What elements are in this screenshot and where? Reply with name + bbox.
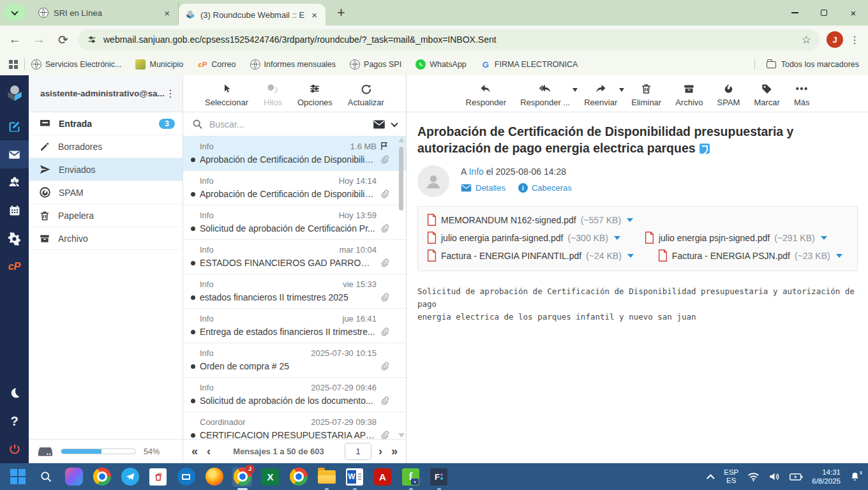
compose-icon[interactable]	[0, 112, 29, 140]
scrollbar-thumb[interactable]	[399, 147, 403, 211]
bookmark-pagos[interactable]: Pagos SPI	[350, 59, 401, 70]
folder-papelera[interactable]: Papelera	[29, 204, 183, 227]
message-row[interactable]: Info mar 10:04 ESTADOS FINANCIEROS GAD P…	[183, 240, 406, 274]
first-page-icon[interactable]: «	[190, 445, 200, 458]
browser-tab-roundcube[interactable]: (3) Roundcube Webmail :: Envia ×	[179, 4, 326, 26]
more-button[interactable]: Más	[794, 82, 810, 107]
excel-icon[interactable]: X	[260, 467, 280, 487]
details-toggle[interactable]: Detalles	[461, 183, 505, 193]
apps-grid-icon[interactable]	[9, 60, 18, 69]
telegram-icon[interactable]	[120, 467, 140, 487]
cpanel-icon[interactable]: cP	[0, 253, 29, 281]
start-button[interactable]	[8, 467, 27, 487]
reload-icon[interactable]: ⟳	[54, 30, 73, 49]
file-explorer-icon[interactable]	[317, 467, 336, 487]
search-options-chevron-icon[interactable]	[391, 119, 398, 126]
tab-close-icon[interactable]: ×	[310, 10, 319, 20]
archive-button[interactable]: Archivo	[675, 82, 703, 107]
close-button[interactable]: ×	[839, 0, 868, 26]
attachment-menu-caret-icon[interactable]	[821, 236, 827, 240]
chrome-icon[interactable]	[92, 467, 112, 487]
tab-close-icon[interactable]: ×	[162, 8, 172, 19]
calendar-icon[interactable]	[0, 197, 29, 225]
options-button[interactable]: Opciones	[297, 82, 333, 107]
volume-icon[interactable]	[768, 471, 781, 482]
mark-button[interactable]: Marcar	[754, 82, 779, 107]
bookmark-star-icon[interactable]: ☆	[802, 33, 811, 47]
dark-mode-moon-icon[interactable]	[0, 379, 29, 407]
attachment-menu-caret-icon[interactable]	[836, 254, 842, 258]
back-icon[interactable]: ←	[5, 30, 24, 49]
message-row[interactable]: Coordinador 2025-07-29 09:38 CERTIFICACI…	[183, 412, 406, 439]
taskbar-search-icon[interactable]	[36, 467, 56, 487]
scope-envelope-icon[interactable]	[373, 119, 385, 130]
dropdown-caret-icon[interactable]	[572, 88, 578, 92]
f-dark-app-icon[interactable]: F	[429, 467, 449, 487]
attachment-item[interactable]: Factura - ENERGIA PSJN.pdf (~23 KB)	[658, 249, 842, 262]
wifi-icon[interactable]	[747, 472, 760, 482]
last-page-icon[interactable]: »	[389, 445, 400, 458]
f-green-app-icon[interactable]: fx	[401, 467, 421, 487]
address-bar[interactable]: webmail.sanjuan.gob.ec/cpsess1525424746/…	[78, 29, 820, 50]
message-row[interactable]: Info Hoy 14:14 Aprobación de Certificaci…	[183, 171, 406, 205]
recycle-app-icon[interactable]	[148, 467, 168, 487]
open-in-new-window-icon[interactable]	[700, 144, 710, 154]
attachment-item[interactable]: MEMORANDUM N162-signed.pdf (~557 KB)	[427, 214, 633, 226]
scroll-up-icon[interactable]	[398, 138, 405, 142]
folder-spam[interactable]: SPAM	[29, 181, 183, 204]
folder-entrada[interactable]: Entrada 3	[29, 112, 183, 135]
tray-expand-icon[interactable]	[707, 474, 715, 482]
logout-power-icon[interactable]	[0, 435, 29, 463]
all-bookmarks[interactable]: Todos los marcadores	[754, 59, 859, 70]
folder-archivo[interactable]: Archivo	[29, 227, 183, 250]
browser-profile-avatar[interactable]: J	[827, 31, 843, 48]
bookmark-municipio[interactable]: Municipio	[135, 59, 183, 70]
contacts-icon[interactable]	[0, 168, 29, 197]
headers-toggle[interactable]: i Cabeceras	[518, 183, 572, 193]
word-icon[interactable]: W	[345, 467, 364, 487]
message-row[interactable]: Info 1.6 MB Aprobación de Certificación …	[183, 137, 406, 171]
forward-button[interactable]: Reenviar	[584, 82, 617, 107]
tab-search-button[interactable]	[4, 4, 26, 21]
folder-enviados[interactable]: Enviados	[29, 158, 183, 181]
bookmark-whatsapp[interactable]: WhatsApp	[415, 59, 467, 70]
list-scrollbar[interactable]	[398, 138, 405, 438]
bookmark-firma[interactable]: GFIRMA ELECTRONICA	[481, 59, 578, 70]
reply-button[interactable]: Responder	[466, 82, 507, 107]
attachment-menu-caret-icon[interactable]	[627, 254, 634, 258]
message-row[interactable]: Info Hoy 13:59 Solicitud de aprobación d…	[183, 205, 406, 240]
attachment-menu-caret-icon[interactable]	[627, 218, 633, 222]
bookmark-correo[interactable]: cPCorreo	[197, 59, 236, 70]
refresh-button[interactable]: Actualizar	[348, 82, 384, 107]
scroll-down-icon[interactable]	[398, 433, 405, 438]
battery-icon[interactable]	[789, 473, 803, 481]
settings-gear-icon[interactable]	[0, 225, 29, 253]
message-row[interactable]: Info 2025-07-29 09:46 Solicitud de aprob…	[183, 378, 406, 412]
language-indicator[interactable]: ESPES	[724, 468, 738, 485]
minimize-button[interactable]	[780, 0, 809, 26]
message-row[interactable]: Info vie 15:33 estados financieros II tr…	[183, 274, 406, 309]
forward-icon[interactable]: →	[29, 30, 49, 49]
chrome-profile-icon[interactable]	[288, 467, 308, 487]
message-row[interactable]: Info jue 16:41 Entrega de estados financ…	[183, 309, 406, 343]
chrome-active-icon[interactable]: J	[232, 467, 252, 487]
select-button[interactable]: Seleccionar	[205, 82, 248, 107]
search-input[interactable]	[209, 119, 366, 130]
attachment-item[interactable]: Factura - ENERGIA PINFANTIL.pdf (~24 KB)	[427, 249, 634, 262]
folder-borradores[interactable]: Borradores	[29, 135, 183, 158]
next-page-icon[interactable]: ›	[377, 445, 384, 458]
bookmark-informes[interactable]: Informes mensuales	[250, 59, 336, 70]
attachment-menu-caret-icon[interactable]	[614, 236, 620, 240]
attachment-item[interactable]: julio energia parinfa-signed.pdf (~300 K…	[427, 232, 620, 244]
new-tab-button[interactable]: +	[333, 4, 349, 21]
browser-tab-sri[interactable]: SRI en Línea ×	[32, 2, 179, 24]
prev-page-icon[interactable]: ‹	[205, 445, 213, 458]
copilot-icon[interactable]	[64, 467, 84, 487]
reply-all-button[interactable]: Responder ...	[520, 82, 570, 107]
spam-button[interactable]: SPAM	[717, 82, 740, 107]
page-input[interactable]	[345, 443, 371, 460]
acrobat-icon[interactable]: A	[373, 467, 393, 487]
mail-icon[interactable]	[0, 140, 29, 168]
firefox-icon[interactable]	[204, 467, 224, 487]
threads-button[interactable]: Hilos	[264, 82, 282, 107]
